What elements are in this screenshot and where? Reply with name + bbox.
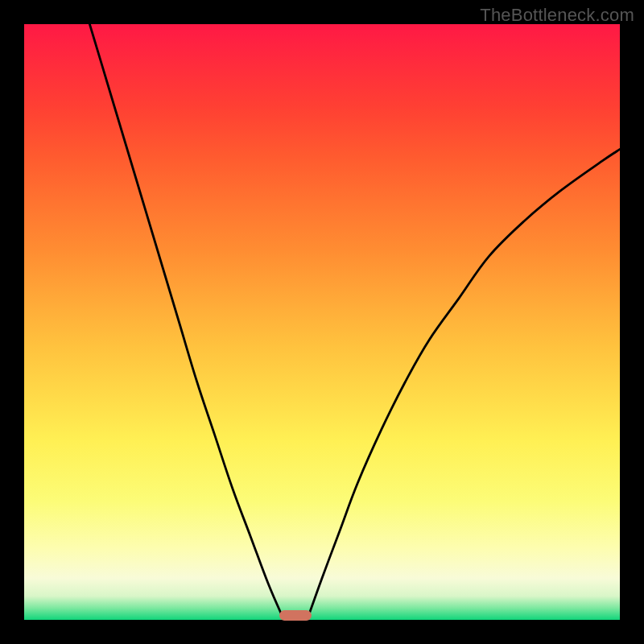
- chart-frame: TheBottleneck.com: [0, 0, 644, 644]
- right-branch-curve: [308, 149, 621, 620]
- optimum-marker: [279, 610, 312, 621]
- curve-svg: [24, 24, 620, 620]
- watermark-text: TheBottleneck.com: [480, 5, 634, 26]
- left-branch-curve: [89, 24, 283, 620]
- plot-area: [24, 24, 620, 620]
